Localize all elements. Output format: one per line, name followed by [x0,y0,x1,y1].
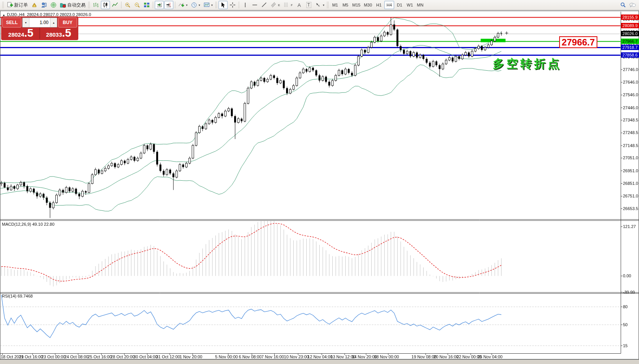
time-axis-label: 7 Nov 16:00 [261,354,284,359]
price-axis-tick: 27546.0 [623,92,638,97]
data-window-icon [41,2,47,8]
macd-axis-tick: 121.27 [623,224,636,229]
candlestick-chart-icon [102,2,108,8]
time-axis-label: 5 Nov 00:00 [215,354,238,359]
label-tool-icon: T [306,2,311,8]
time-axis-label: 21 Oct 16:00 [19,354,43,359]
autotrading-icon [60,2,66,8]
timeframe-mn-button[interactable]: MN [415,1,425,9]
periods-button[interactable]: ▾ [189,1,202,9]
time-axis-label: 23 Oct 00:00 [42,354,66,359]
data-window-button[interactable] [39,1,49,9]
crosshair-icon [230,2,236,8]
arrows-tool-icon [315,2,321,8]
timeframe-w1-button[interactable]: W1 [405,1,415,9]
timeframe-m15-button[interactable]: M15 [351,1,362,9]
buy-button[interactable]: BUY [58,18,77,28]
indicators-dropdown-arrow: ▾ [186,3,188,7]
timeframe-m30-button[interactable]: M30 [362,1,374,9]
search-button[interactable] [618,1,628,9]
price-axis-tick: 26653.5 [623,206,638,211]
cursor-button[interactable] [218,1,228,9]
bar-chart-button[interactable] [91,1,100,9]
crosshair-button[interactable] [228,1,237,9]
time-axis-label: 28 Oct 20:00 [111,354,135,359]
turning-point-annotation[interactable]: 多空转折点 [493,56,561,72]
chart-shift-button[interactable] [164,1,173,9]
indicators-button[interactable]: ▾ [177,1,189,9]
templates-icon [204,2,210,8]
time-axis-label: 12 Nov 04:00 [307,354,332,359]
price-line-label: 28089.9 [621,23,639,28]
price-axis-tick: 27646.0 [623,80,638,84]
price-callout-box[interactable]: 27966.7 [559,36,597,48]
volume-decrease-button[interactable]: ▾ [23,18,29,27]
price-axis-tick: 27248.5 [623,130,638,135]
chat-icon [629,2,636,8]
channel-icon [271,2,277,8]
price-line-label: 27858.6 [621,52,639,58]
toolbar-grip[interactable] [2,2,4,8]
chart-shift-icon [166,2,172,8]
timeframe-d1-button[interactable]: D1 [395,1,404,9]
vertical-line-icon [242,2,248,8]
fibonacci-icon [283,2,290,8]
new-order-label: 新订单 [14,2,28,8]
main-toolbar: 新订单 自动交易 ▾ ▾ ▾ E F A T ▾ M1 M5 M15 M30 H… [0,0,639,10]
line-chart-button[interactable] [110,1,120,9]
time-axis-label: 19 Nov 08:00 [411,354,436,359]
new-order-button[interactable]: 新订单 [5,1,29,9]
channel-letter: E [278,3,280,7]
zoom-in-button[interactable] [123,1,132,9]
price-axis-tick: 27348.5 [623,118,638,122]
sell-price-frac: .5 [24,28,33,39]
tile-windows-button[interactable] [142,1,151,9]
timeframe-h4-button[interactable]: H4 [384,1,394,9]
sell-price-main: 28024 [8,32,24,37]
equidistant-channel-button[interactable]: E [269,1,281,9]
autotrading-button[interactable]: 自动交易 [58,1,87,9]
horizontal-line-button[interactable] [250,1,259,9]
text-tool-button[interactable]: A [294,1,304,9]
buy-price[interactable]: 28033.5 [40,28,77,39]
price-line-label: 28155.9 [621,15,639,20]
templates-button[interactable]: ▾ [202,1,214,9]
price-axis-tick: 27446.0 [623,105,638,110]
arrows-tool-button[interactable]: ▾ [314,1,326,9]
trendline-icon [261,2,267,8]
text-tool-icon: A [298,2,301,8]
signals-button[interactable] [49,1,58,9]
volume-input[interactable] [29,18,50,27]
timeframe-m1-button[interactable]: M1 [330,1,340,9]
autotrading-label: 自动交易 [67,2,86,8]
signals-icon [50,2,57,8]
volume-control: ▾ ▴ [22,18,57,28]
timeframe-h1-button[interactable]: H1 [374,1,384,9]
trendline-button[interactable] [260,1,269,9]
sell-price[interactable]: 28024.5 [2,28,39,39]
market-watch-button[interactable] [30,1,39,9]
search-icon [620,2,626,8]
auto-scroll-icon [156,2,162,8]
price-axis-tick: 27746.0 [623,67,638,72]
market-watch-icon [31,2,37,8]
bar-chart-icon [93,2,99,8]
buy-price-frac: .5 [62,28,71,39]
chat-button[interactable] [628,1,637,9]
clock-icon [191,2,197,8]
time-axis-label: 20 Nov 16:00 [434,354,458,359]
auto-scroll-button[interactable] [155,1,164,9]
tile-windows-icon [144,2,150,8]
zoom-out-button[interactable] [133,1,142,9]
candlestick-chart-button[interactable] [101,1,110,9]
label-tool-button[interactable]: T [304,1,313,9]
volume-increase-button[interactable]: ▴ [50,18,57,27]
fibo-letter: F [291,3,293,7]
timeframe-m5-button[interactable]: M5 [340,1,350,9]
rsi-axis-tick: 80 [623,304,628,309]
sell-button[interactable]: SELL [2,18,21,28]
vertical-line-button[interactable] [241,1,250,9]
chart-canvas[interactable] [0,0,639,364]
indicators-icon [178,2,184,8]
fibonacci-button[interactable]: F [282,1,294,9]
